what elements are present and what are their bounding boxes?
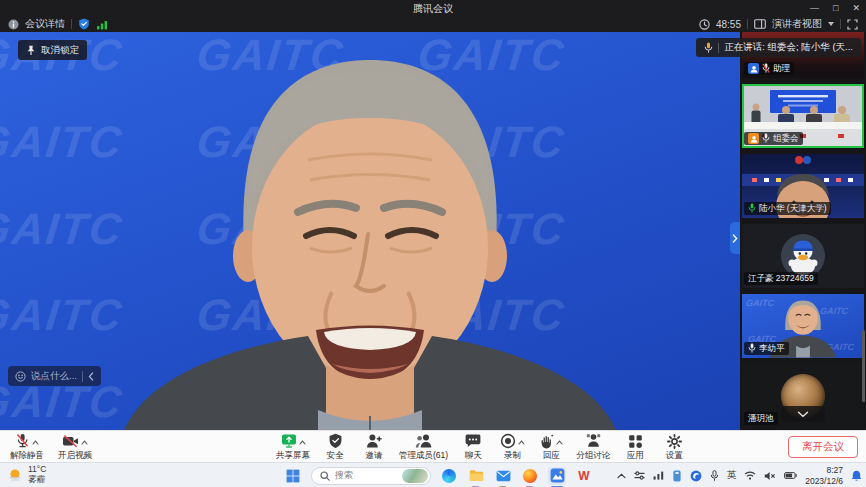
weather-haze-icon — [8, 467, 23, 482]
start-video-label: 开启视频 — [58, 450, 92, 462]
unmute-label: 解除静音 — [10, 450, 44, 462]
network-signal-icon[interactable] — [96, 19, 108, 30]
main-video-stage: GAITCGAITCGAITCGAITCGAITCGAITCGAITCGAITC… — [0, 32, 740, 430]
security-label: 安全 — [327, 450, 344, 462]
record-label: 录制 — [504, 450, 521, 462]
wifi-icon[interactable] — [744, 471, 756, 480]
apps-button[interactable]: 应用 — [621, 433, 649, 462]
mic-speaking-icon — [748, 203, 756, 214]
search-placeholder: 搜索 — [335, 469, 397, 482]
reaction-button[interactable]: 回应 — [537, 433, 565, 462]
window-title: 腾讯会议 — [0, 2, 866, 16]
leave-meeting-button[interactable]: 离开会议 — [788, 436, 858, 458]
tencent-meeting-window: 腾讯会议 — □ ✕ 会议详情 48:55 演讲者视图 GAITC — [0, 0, 866, 487]
manage-members-button[interactable]: 管理成员(61) — [399, 433, 448, 462]
close-button[interactable]: ✕ — [852, 0, 860, 16]
firefox-browser-icon[interactable] — [521, 467, 539, 485]
mail-icon[interactable] — [494, 467, 512, 485]
participant-tile-liyouping[interactable]: GAITC GAITC GAITC GAITC 李幼平 — [742, 294, 864, 358]
chat-button[interactable]: 聊天 — [459, 433, 487, 462]
meeting-app-icon[interactable] — [548, 467, 566, 485]
apps-label: 应用 — [627, 450, 644, 462]
sidebar-collapse-down-button[interactable] — [781, 406, 825, 422]
edge-browser-icon[interactable] — [440, 467, 458, 485]
participant-name: 陆小华 (天津大学) — [759, 203, 827, 215]
folder-icon — [469, 469, 484, 482]
fullscreen-icon[interactable] — [847, 19, 858, 30]
ime-language-indicator[interactable]: 英 — [727, 469, 737, 482]
security-shield-icon[interactable] — [78, 18, 90, 30]
chevron-down-icon — [797, 411, 809, 418]
meeting-toolbar: 解除静音 开启视频 共享屏幕 安全 — [0, 430, 866, 462]
tray-chevron-up-icon[interactable] — [617, 473, 626, 479]
minimize-button[interactable]: — — [810, 0, 819, 16]
settings-label: 设置 — [666, 450, 683, 462]
windows-taskbar: 11°C雾霾 搜索 W — [0, 462, 866, 487]
search-highlight-thumbnail — [402, 469, 428, 483]
maximize-button[interactable]: □ — [833, 0, 838, 16]
breakout-rooms-label: 分组讨论 — [576, 450, 610, 462]
file-explorer-icon[interactable] — [467, 467, 485, 485]
layout-view-icon[interactable] — [754, 19, 766, 29]
info-icon[interactable] — [8, 19, 19, 30]
participant-tile-panyuechi[interactable]: 潘玥池 — [742, 364, 864, 428]
participant-name: 组委会 — [773, 133, 799, 145]
breakout-person-icon — [586, 433, 601, 449]
taskbar-search-input[interactable]: 搜索 — [311, 467, 431, 485]
clock-time: 8:27 — [805, 465, 843, 476]
settings-button[interactable]: 设置 — [660, 433, 688, 462]
participant-tile-jiangzihao[interactable]: 江子豪 23724659 — [742, 224, 864, 288]
taskbar-clock[interactable]: 8:27 2023/12/6 — [805, 465, 843, 486]
chevron-up-icon[interactable] — [556, 440, 563, 445]
divider — [71, 19, 72, 29]
meeting-details-button[interactable]: 会议详情 — [25, 17, 65, 31]
security-button[interactable]: 安全 — [321, 433, 349, 462]
divider — [718, 43, 719, 53]
notification-bell-icon[interactable] — [851, 470, 862, 482]
mic-on-icon — [748, 343, 756, 354]
reaction-label: 回应 — [543, 450, 560, 462]
participant-name: 李幼平 — [759, 343, 785, 355]
invite-button[interactable]: 邀请 — [360, 433, 388, 462]
tray-signal-bars-icon[interactable] — [653, 471, 664, 480]
collapse-left-icon[interactable] — [88, 372, 94, 381]
chevron-up-icon[interactable] — [32, 440, 39, 445]
weather-condition: 雾霾 — [28, 475, 46, 485]
divider — [82, 371, 83, 382]
participant-tile-zuweihui[interactable]: 组委会 — [742, 84, 864, 148]
emoji-icon[interactable] — [15, 371, 26, 382]
participant-tile-luxiaohua[interactable]: 陆小华 (天津大学) — [742, 154, 864, 218]
photos-mountain-icon — [550, 468, 565, 483]
chevron-up-icon[interactable] — [518, 440, 525, 445]
speaking-toast-text: 正在讲话: 组委会; 陆小华 (天... — [724, 41, 853, 54]
participant-name: 江子豪 23724659 — [748, 273, 814, 285]
sidebar-collapse-handle[interactable] — [730, 222, 740, 254]
chevron-up-icon[interactable] — [81, 440, 88, 445]
start-button[interactable] — [284, 467, 302, 485]
tray-mic-icon[interactable] — [710, 470, 719, 482]
quick-chat-input[interactable]: 说点什么... — [8, 366, 101, 386]
view-mode-selector[interactable]: 演讲者视图 — [772, 17, 822, 31]
unmute-button[interactable]: 解除静音 — [10, 433, 44, 462]
volume-muted-icon[interactable] — [764, 471, 776, 481]
sidebar-scrollbar[interactable] — [862, 330, 865, 402]
chat-bubble-icon — [465, 433, 481, 449]
window-controls: — □ ✕ — [810, 0, 860, 16]
weather-widget[interactable]: 11°C雾霾 — [8, 465, 46, 485]
members-icon — [415, 433, 432, 449]
clock-date: 2023/12/6 — [805, 476, 843, 487]
chevron-down-icon[interactable] — [828, 22, 834, 26]
participant-name: 助理 — [773, 63, 790, 75]
battery-icon[interactable] — [784, 472, 797, 479]
tray-security-app-icon[interactable] — [690, 470, 702, 482]
start-video-button[interactable]: 开启视频 — [58, 433, 92, 462]
tray-sliders-icon[interactable] — [634, 471, 645, 480]
tray-usb-device-icon[interactable] — [672, 470, 682, 482]
chevron-up-icon[interactable] — [299, 440, 306, 445]
wps-office-icon[interactable]: W — [575, 467, 593, 485]
breakout-rooms-button[interactable]: 分组讨论 — [576, 433, 610, 462]
record-button[interactable]: 录制 — [498, 433, 526, 462]
reaction-hand-icon — [539, 433, 554, 449]
share-screen-button[interactable]: 共享屏幕 — [276, 433, 310, 462]
unpin-button[interactable]: 取消锁定 — [18, 40, 87, 60]
